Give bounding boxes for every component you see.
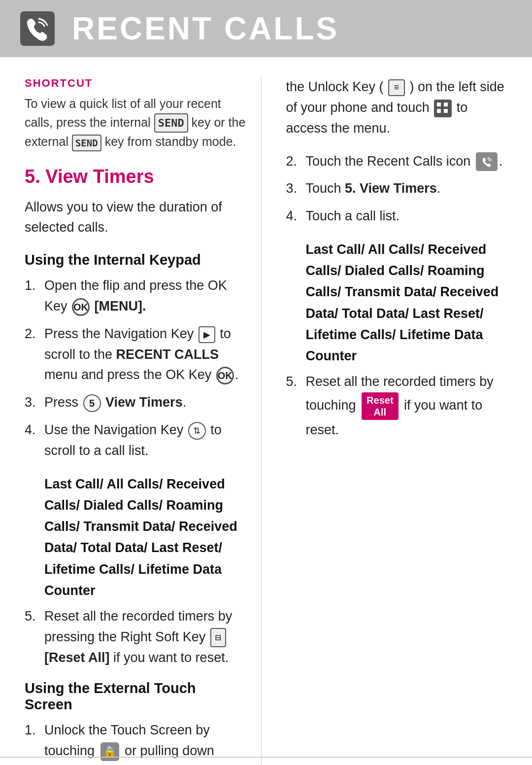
page-footer: 82 VOYAGER™ — [0, 757, 532, 765]
ok-icon: OK — [72, 298, 90, 316]
shortcut-label: SHORTCUT — [25, 77, 246, 90]
step-num-r5: 5. — [286, 372, 301, 441]
step-r5-content: Reset all the recorded timers by touchin… — [306, 372, 508, 441]
reset-all-button: Reset All — [362, 392, 398, 420]
unlock-key-icon: ≡ — [388, 79, 405, 96]
reset-all-bold: [Reset All] — [44, 650, 110, 665]
main-content: SHORTCUT To view a quick list of all you… — [0, 57, 532, 765]
section-intro: Allows you to view the duration of selec… — [25, 197, 246, 237]
shortcut-text-3: key from standby mode. — [105, 135, 236, 148]
step-2-content: Press the Navigation Key ▶ to scroll to … — [44, 324, 246, 386]
step-num-2: 2. — [25, 324, 39, 386]
step-num-5-int: 5. — [25, 606, 39, 668]
right-column: the Unlock Key ( ≡ ) on the left side of… — [281, 77, 508, 765]
step-num-3: 3. — [25, 392, 39, 413]
step-r2-content: Touch the Recent Calls icon . — [306, 151, 508, 172]
sub-heading-internal: Using the Internal Keypad — [25, 252, 246, 268]
right-step-5: 5. Reset all the recorded timers by touc… — [286, 372, 508, 441]
external-step-1-continued: the Unlock Key ( ≡ ) on the left side of… — [286, 77, 508, 139]
svg-rect-1 — [106, 751, 114, 756]
svg-rect-0 — [20, 11, 55, 46]
ok-icon-2: OK — [216, 367, 234, 384]
step-4-content: Use the Navigation Key ⇅ to scroll to a … — [44, 420, 246, 461]
internal-step-4: 4. Use the Navigation Key ⇅ to scroll to… — [25, 420, 246, 461]
left-column: SHORTCUT To view a quick list of all you… — [25, 77, 262, 765]
step-r4-content: Touch a call list. — [306, 206, 508, 227]
internal-steps-list: 1. Open the flip and press the OK Key OK… — [25, 276, 246, 461]
step-1-content: Open the flip and press the OK Key OK [M… — [44, 276, 246, 317]
external-steps-list: 1. Unlock the Touch Screen by touching o… — [25, 720, 246, 762]
menu-label: [MENU]. — [95, 299, 146, 313]
right-step5-list: 5. Reset all the recorded timers by touc… — [286, 372, 508, 441]
internal-step-5: 5. Reset all the recorded timers by pres… — [25, 606, 246, 668]
recent-calls-icon — [476, 152, 498, 171]
view-timers-bold-internal: View Timers — [105, 395, 183, 410]
step-3-content: Press 5 View Timers. — [44, 392, 246, 413]
section-heading: 5. View Timers — [25, 166, 246, 187]
header-phone-icon — [18, 9, 57, 48]
recent-calls-bold: RECENT CALLS — [116, 347, 219, 362]
reset-label-top: Reset — [366, 394, 393, 406]
right-step-2: 2. Touch the Recent Calls icon . — [286, 151, 508, 172]
right-steps-list: 2. Touch the Recent Calls icon . 3. — [286, 151, 508, 227]
view-timers-bold-right: 5. View Timers — [345, 181, 437, 196]
step-num-r4: 4. — [286, 206, 301, 227]
step-num-ext-1: 1. — [25, 720, 39, 762]
internal-step-2: 2. Press the Navigation Key ▶ to scroll … — [25, 324, 246, 386]
nav-right-icon: ▶ — [199, 326, 215, 343]
key-5-icon: 5 — [83, 394, 101, 412]
step-r3-content: Touch 5. View Timers. — [306, 178, 508, 199]
sub-heading-external: Using the External Touch Screen — [25, 680, 246, 713]
right-step-3: 3. Touch 5. View Timers. — [286, 178, 508, 199]
reset-label-bottom: All — [374, 406, 387, 418]
nav-round-icon: ⇅ — [188, 422, 206, 440]
call-list-block-right: Last Call/ All Calls/ Received Calls/ Di… — [306, 239, 508, 367]
step-5-content-int: Reset all the recorded timers by pressin… — [44, 606, 246, 668]
page-title: RECENT CALLS — [72, 10, 339, 47]
send-key-internal: SEND — [154, 113, 188, 133]
internal-step-3: 3. Press 5 View Timers. — [25, 392, 246, 413]
step-ext-1-content: Unlock the Touch Screen by touching or p… — [44, 720, 246, 762]
page-header: RECENT CALLS — [0, 0, 532, 57]
step-num-1: 1. — [25, 276, 39, 317]
internal-step5-list: 5. Reset all the recorded timers by pres… — [25, 606, 246, 668]
right-step-4: 4. Touch a call list. — [286, 206, 508, 227]
step-num-4: 4. — [25, 420, 39, 461]
shortcut-text: To view a quick list of all your recent … — [25, 95, 246, 151]
external-step-1: 1. Unlock the Touch Screen by touching o… — [25, 720, 246, 762]
step-num-r2: 2. — [286, 151, 301, 172]
send-key-external: SEND — [72, 135, 101, 152]
menu-dots-icon — [434, 100, 452, 117]
step-num-r3: 3. — [286, 178, 301, 199]
soft-key-icon: ⊟ — [210, 628, 226, 647]
internal-step-1: 1. Open the flip and press the OK Key OK… — [25, 276, 246, 317]
call-list-block-internal: Last Call/ All Calls/ Received Calls/ Di… — [44, 474, 246, 601]
